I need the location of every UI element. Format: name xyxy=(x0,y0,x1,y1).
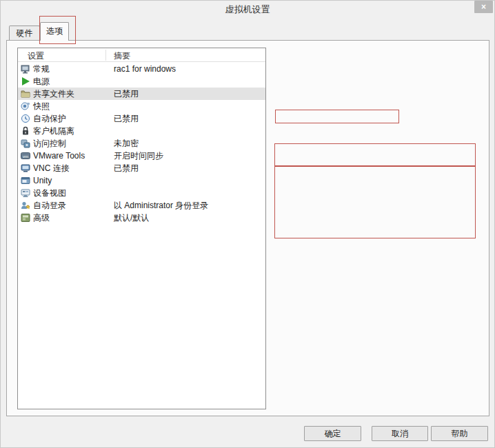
list-item-device-view[interactable]: 设备视图 xyxy=(18,187,265,199)
advanced-icon xyxy=(21,213,30,223)
help-button[interactable]: 帮助 xyxy=(431,426,488,441)
autologin-icon xyxy=(21,201,30,210)
column-divider xyxy=(105,50,106,61)
list-item-advanced[interactable]: 高级 默认/默认 xyxy=(18,212,265,224)
general-icon xyxy=(21,64,30,74)
svg-text:vm: vm xyxy=(23,154,28,159)
list-item-access-control[interactable]: 访问控制 未加密 xyxy=(18,137,265,150)
guest-isolation-icon xyxy=(21,126,30,136)
cancel-button[interactable]: 取消 xyxy=(372,426,428,441)
list-item-snapshot[interactable]: 快照 xyxy=(18,100,265,112)
list-item-general[interactable]: 常规 rac1 for windows xyxy=(18,63,265,75)
vnc-icon xyxy=(21,163,30,173)
tab-options[interactable]: 选项 xyxy=(40,22,69,41)
vm-settings-dialog: 虚拟机设置 × 硬件 选项 设置 摘要 常规 rac1 for windows … xyxy=(0,0,495,448)
access-control-icon xyxy=(21,139,30,148)
list-item-power[interactable]: 电源 xyxy=(18,75,265,88)
ok-button[interactable]: 确定 xyxy=(304,426,361,441)
column-header-summary: 摘要 xyxy=(114,50,130,62)
settings-list: 设置 摘要 常规 rac1 for windows 电源 共享文件夹 已禁用 xyxy=(17,48,266,409)
unity-icon xyxy=(21,176,30,185)
settings-list-header: 设置 摘要 xyxy=(18,48,265,62)
dialog-title: 虚拟机设置 xyxy=(1,3,494,16)
list-item-vnc[interactable]: VNC 连接 已禁用 xyxy=(18,162,265,174)
list-item-guest-isolation[interactable]: 客户机隔离 xyxy=(18,125,265,137)
device-view-icon xyxy=(21,188,30,198)
column-header-settings: 设置 xyxy=(28,50,44,62)
list-item-autologin[interactable]: 自动登录 以 Administrator 身份登录 xyxy=(18,199,265,212)
snapshot-icon xyxy=(21,101,30,111)
shared-folders-icon xyxy=(21,89,30,99)
vmware-tools-icon: vm xyxy=(21,151,30,161)
list-item-vmware-tools[interactable]: vm VMware Tools 开启时间同步 xyxy=(18,150,265,162)
autoprotect-icon xyxy=(21,114,30,123)
list-item-autoprotect[interactable]: 自动保护 已禁用 xyxy=(18,112,265,125)
close-icon[interactable]: × xyxy=(474,1,493,13)
list-item-unity[interactable]: Unity xyxy=(18,174,265,187)
power-icon xyxy=(21,77,30,86)
list-item-shared-folders[interactable]: 共享文件夹 已禁用 xyxy=(18,88,265,100)
tab-hardware[interactable]: 硬件 xyxy=(9,26,40,40)
